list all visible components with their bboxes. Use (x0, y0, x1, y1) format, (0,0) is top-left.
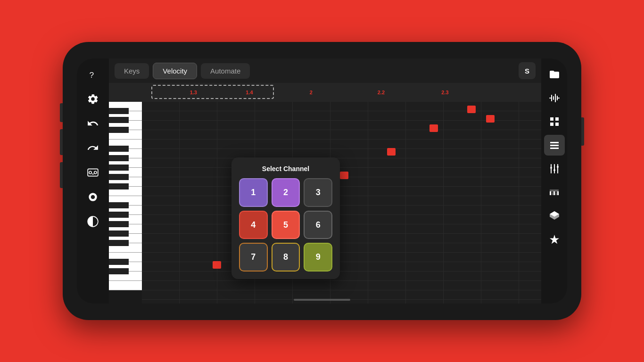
note-3[interactable] (429, 124, 438, 132)
svg-point-16 (557, 166, 559, 168)
channel-4-button[interactable]: 4 (239, 211, 268, 239)
svg-point-3 (94, 171, 97, 173)
svg-rect-19 (553, 191, 555, 195)
loop-region[interactable] (151, 85, 274, 99)
svg-rect-10 (555, 123, 559, 126)
piano-key-d3[interactable] (109, 281, 142, 290)
phone-screen: ? (77, 58, 567, 304)
piano-key-ab3[interactable] (109, 230, 129, 237)
grid-lines-vertical (142, 102, 541, 304)
mixer-button[interactable] (544, 158, 565, 179)
s-button[interactable]: S (519, 62, 536, 79)
svg-rect-8 (555, 117, 559, 121)
svg-rect-20 (555, 192, 557, 195)
piano-key-gb3[interactable] (109, 240, 129, 246)
svg-rect-11 (550, 142, 559, 143)
volume-down-button[interactable] (60, 162, 63, 188)
piano-key-db4[interactable] (109, 212, 129, 218)
svg-rect-22 (550, 189, 559, 192)
piano-key-ab4[interactable] (109, 174, 129, 180)
channel-popup-title: Select Channel (239, 165, 332, 173)
phone-frame: ? (63, 42, 581, 320)
channel-5-button[interactable]: 5 (272, 211, 300, 239)
layers-button[interactable] (544, 206, 565, 226)
volume-up-button[interactable] (60, 129, 63, 155)
piano-key-gb4[interactable] (109, 183, 129, 189)
help-button[interactable]: ? (83, 64, 103, 85)
undo-button[interactable] (83, 113, 103, 134)
channel-8-label: 8 (283, 252, 288, 262)
top-bar: Keys Velocity Automate S (109, 58, 541, 83)
channel-grid: 1 2 3 4 5 6 (239, 178, 332, 272)
svg-text:?: ? (89, 70, 94, 80)
note-4[interactable] (387, 148, 396, 156)
list-view-button[interactable] (544, 135, 565, 156)
tab-velocity[interactable]: Velocity (153, 63, 197, 79)
channel-7-label: 7 (251, 252, 256, 262)
grid-button[interactable] (544, 111, 565, 132)
svg-rect-12 (550, 145, 559, 146)
cassette-button[interactable] (83, 162, 103, 183)
piano-key-eb3[interactable] (109, 259, 129, 265)
channel-9-button[interactable]: 9 (304, 243, 332, 272)
channel-4-label: 4 (251, 220, 256, 230)
channel-3-button[interactable]: 3 (304, 178, 332, 207)
note-8[interactable] (213, 261, 221, 269)
svg-rect-21 (557, 191, 559, 195)
note-1[interactable] (467, 106, 476, 113)
timeline-track: 1.3 1.4 2 2.2 2.3 (142, 83, 541, 102)
piano-key-db3[interactable] (109, 268, 129, 274)
waveform-button[interactable] (544, 88, 565, 108)
channel-2-label: 2 (283, 188, 288, 197)
svg-rect-7 (550, 117, 553, 121)
marker-2: 2 (310, 90, 313, 95)
note-5[interactable] (340, 172, 348, 179)
piano-key-bb5[interactable] (109, 108, 129, 114)
piano-key-gb5[interactable] (109, 127, 129, 133)
record-button[interactable] (83, 187, 103, 207)
marker-2-2: 2.2 (378, 90, 385, 95)
tab-keys[interactable]: Keys (115, 63, 149, 79)
note-2[interactable] (486, 115, 495, 123)
piano-key-db5[interactable] (109, 155, 129, 161)
piano-keys: C6 (109, 102, 142, 304)
timeline-header: 1.3 1.4 2 2.2 2.3 (109, 83, 541, 102)
channel-5-label: 5 (283, 220, 288, 230)
channel-2-button[interactable]: 2 (272, 178, 300, 207)
left-sidebar: ? (77, 58, 109, 304)
loop-button[interactable] (83, 211, 103, 232)
channel-3-label: 3 (316, 188, 321, 197)
piano-key-ab5[interactable] (109, 117, 129, 123)
folder-button[interactable] (544, 64, 565, 85)
svg-point-2 (89, 171, 91, 173)
piano-key-bb3[interactable] (109, 221, 129, 227)
svg-point-15 (553, 169, 555, 171)
redo-button[interactable] (83, 138, 103, 158)
marker-2-3: 2.3 (441, 90, 448, 95)
svg-rect-9 (550, 123, 553, 126)
channel-6-button[interactable]: 6 (304, 211, 332, 239)
power-button[interactable] (581, 117, 584, 146)
svg-point-5 (91, 195, 95, 199)
home-indicator (294, 299, 350, 301)
channel-1-button[interactable]: 1 (239, 178, 268, 207)
piano-key-bb4[interactable] (109, 165, 129, 171)
timeline-spacer (109, 83, 142, 102)
instrument-button[interactable] (544, 182, 565, 203)
channel-9-label: 9 (316, 252, 321, 262)
silent-switch[interactable] (60, 103, 63, 122)
svg-point-14 (550, 167, 552, 169)
note-grid[interactable] (142, 102, 541, 304)
svg-rect-13 (550, 148, 559, 149)
svg-rect-18 (552, 192, 553, 195)
channel-7-button[interactable]: 7 (239, 243, 268, 272)
svg-rect-17 (550, 191, 551, 195)
settings-button[interactable] (83, 89, 103, 109)
tab-automate[interactable]: Automate (201, 63, 250, 79)
channel-8-button[interactable]: 8 (272, 243, 300, 272)
main-content: Keys Velocity Automate S 1.3 1.4 2 (109, 58, 541, 304)
piano-key-eb5[interactable] (109, 146, 129, 152)
right-sidebar (541, 58, 567, 304)
piano-key-eb4[interactable] (109, 202, 129, 208)
effects-button[interactable] (544, 229, 565, 250)
